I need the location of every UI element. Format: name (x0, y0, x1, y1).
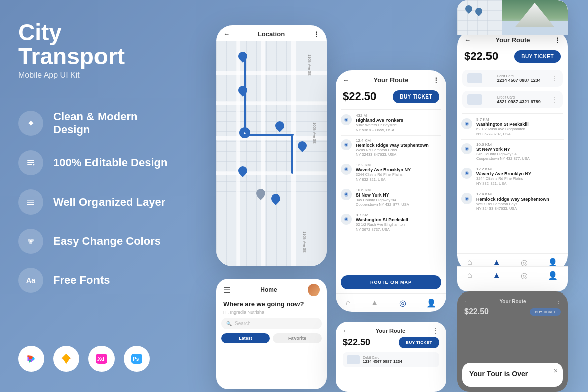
route-right-buy-btn[interactable]: BUY TICKET (514, 50, 561, 63)
r-stop-1: 10.6 KM St New York NY 345 County Highwa… (461, 140, 564, 165)
svg-text:Xd: Xd (97, 356, 104, 362)
stop-km-4: 9.7 KM (356, 213, 441, 217)
left-panel: City Transport Mobile App UI Kit ✦ Clean… (0, 0, 186, 392)
route-bottom-menu[interactable]: ⋮ (432, 327, 439, 335)
buy-ticket-button[interactable]: BUY TICKET (393, 90, 439, 103)
nav-route[interactable]: ▲ (371, 298, 379, 308)
stop-km-1: 12.4 KM (356, 138, 441, 143)
svg-rect-1 (27, 162, 34, 163)
stop-name-4: Washington St Peekskill (356, 217, 441, 222)
sketch-icon[interactable] (53, 346, 79, 372)
route-title: Your Route (373, 76, 408, 84)
stop-name-0: Highland Ave Yonkers (356, 118, 441, 123)
search-icon: 🔍 (226, 321, 232, 326)
svg-point-35 (466, 123, 468, 125)
svg-point-29 (345, 168, 347, 170)
home-greeting: Where are we going now? (216, 298, 327, 310)
phone-home: ☰ Home Where are we going now? Hi, Ingre… (216, 279, 327, 389)
credit-card-type: Credit Card (497, 95, 541, 99)
fonts-icon: Aa (18, 268, 43, 293)
credit-card-menu[interactable]: ⋮ (551, 95, 558, 104)
bottom-card-num: 1234 4567 0987 1234 (363, 359, 402, 364)
map-area: ▲ 100th Ave SE 110th Ave SE 116th Ave SE (216, 41, 327, 266)
tour-over-modal: × Your Tour is Over (462, 363, 563, 387)
nav-map[interactable]: ◎ (399, 298, 406, 308)
route-header: ← Your Route ⋮ (336, 70, 446, 87)
credit-card-num: 4321 0987 4321 6789 (497, 99, 541, 104)
ps-icon[interactable]: Ps (124, 346, 150, 372)
feature-layers: Well Organized Layer (18, 189, 168, 215)
credit-card: Credit Card 4321 0987 4321 6789 ⋮ (462, 91, 563, 108)
route-menu[interactable]: ⋮ (433, 76, 439, 84)
home-header: ☰ Home (216, 279, 327, 298)
svg-point-37 (466, 148, 468, 150)
svg-rect-3 (27, 200, 34, 201)
stop-name-1: Hemlock Ridge Way Stephentown (356, 143, 441, 148)
nav-partial-home[interactable]: ⌂ (467, 271, 472, 287)
route-right-back[interactable]: ← (464, 36, 471, 44)
phone-route-main: ← Your Route ⋮ $22.50 BUY TICKET 432 M H… (336, 70, 446, 312)
figma-icon[interactable] (18, 346, 44, 372)
stop-km-2: 12.2 KM (356, 163, 441, 167)
feature-colors: Easy Change Colors (18, 229, 168, 254)
route-bottom-buy-btn[interactable]: BUY TICKET (399, 337, 439, 348)
layers-icon (18, 189, 43, 215)
nav-partial-profile[interactable]: 👤 (548, 271, 558, 287)
phone-top-partial-nav: ⌂ ▲ ◎ 👤 (457, 266, 568, 291)
stop-item-4: 9.7 KM Washington St Peekskill 62 1/2 Ru… (341, 210, 441, 235)
svg-point-27 (345, 144, 347, 146)
phone-tour-over: ← Your Route ⋮ $22.50 BUY TICKET × Your … (457, 291, 568, 392)
nav-home[interactable]: ⌂ (346, 298, 351, 308)
map-menu[interactable]: ⋮ (313, 30, 320, 38)
home-subtext: Hi, Ingredia Nutrisha (216, 310, 327, 318)
nav-partial-route[interactable]: ▲ (493, 271, 501, 287)
bottom-card-type: Debit Card (363, 356, 402, 359)
feature-list: ✦ Clean & Modern Design 100% Editable De… (18, 110, 168, 293)
feature-fonts: Aa Free Fonts (18, 268, 168, 293)
debit-card-menu[interactable]: ⋮ (551, 74, 558, 82)
clean-label: Clean & Modern Design (53, 110, 168, 136)
svg-text:Ps: Ps (133, 356, 139, 362)
compass-icon: ▲ (239, 127, 250, 138)
phone-map: ← Location ⋮ (216, 25, 327, 266)
stop-addr-2: 3244 Clistns Rd Pine PlainsNY 832-321, U… (356, 172, 441, 182)
route-right-menu[interactable]: ⋮ (554, 36, 561, 44)
tour-over-close-btn[interactable]: × (554, 367, 558, 375)
route-on-map-button[interactable]: ROUTE ON MAP (341, 275, 441, 289)
map-back[interactable]: ← (223, 30, 230, 38)
phone-route-payment: ← Your Route ⋮ $22.50 BUY TICKET Debit C… (457, 30, 568, 271)
editable-icon (18, 150, 43, 175)
tab-favorite[interactable]: Favorite (273, 333, 322, 343)
svg-point-41 (466, 198, 468, 200)
home-tabs: Latest Favorite (221, 333, 322, 343)
clean-icon: ✦ (18, 111, 43, 136)
tools-row: Xd Ps (18, 316, 168, 372)
stop-item-2: 12.2 KM Waverly Ave Brooklyn NY 3244 Cli… (341, 160, 441, 185)
r-stop-3: 12.4 KM Hemlock Ridge Way Stephentown We… (461, 189, 564, 215)
home-search[interactable]: 🔍 Search (221, 318, 322, 329)
tab-latest[interactable]: Latest (221, 333, 270, 343)
tour-over-title: Your Tour is Over (469, 370, 556, 378)
search-placeholder: Search (235, 321, 251, 326)
debit-card-type: Debit Card (497, 74, 541, 78)
nav-profile[interactable]: 👤 (426, 298, 436, 308)
stop-name-2: Waverly Ave Brooklyn NY (356, 167, 441, 172)
route-bottom-back[interactable]: ← (343, 327, 349, 334)
feature-clean: ✦ Clean & Modern Design (18, 110, 168, 136)
home-menu-icon[interactable]: ☰ (223, 285, 230, 295)
route-back[interactable]: ← (343, 76, 349, 84)
nav-partial-map[interactable]: ◎ (521, 271, 528, 287)
stop-addr-3: 345 County Highway 94Cooperstown NY 432-… (356, 198, 441, 208)
brand-title: City Transport (18, 20, 168, 69)
route-bottom-title: Your Route (376, 328, 405, 334)
svg-point-39 (466, 172, 468, 174)
route-right-stops: 9.7 KM Washington St Peekskill 62 1/2 Ru… (457, 115, 568, 253)
svg-rect-0 (27, 160, 34, 161)
colors-label: Easy Change Colors (53, 235, 161, 248)
svg-rect-12 (28, 357, 30, 361)
route-right-price: $22.50 (464, 50, 498, 63)
stop-item-0: 432 M Highland Ave Yonkers 5362 Waters D… (341, 111, 441, 136)
route-right-price-row: $22.50 BUY TICKET (457, 47, 568, 68)
xd-icon[interactable]: Xd (88, 346, 115, 372)
route-stops-list: 432 M Highland Ave Yonkers 5362 Waters D… (336, 111, 446, 271)
